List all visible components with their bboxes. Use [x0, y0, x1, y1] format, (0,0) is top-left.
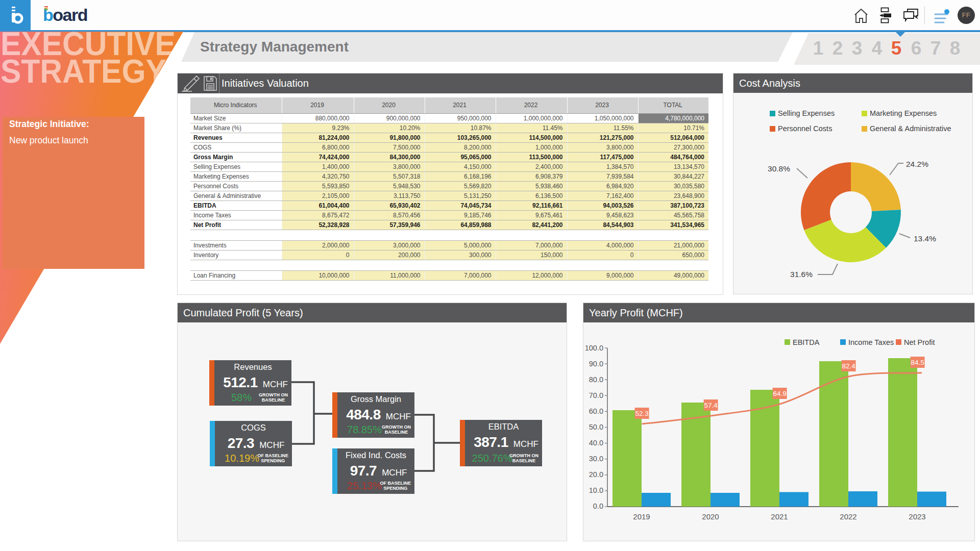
svg-text:84.5: 84.5	[911, 359, 924, 366]
svg-text:64.9: 64.9	[773, 390, 786, 397]
svg-text:60.0: 60.0	[589, 407, 603, 415]
svg-text:2021: 2021	[771, 512, 788, 521]
svg-text:Income Taxes: Income Taxes	[848, 338, 894, 346]
svg-text:24.2%: 24.2%	[906, 160, 928, 168]
svg-text:2022: 2022	[840, 512, 856, 521]
svg-text:0.0: 0.0	[593, 502, 603, 510]
svg-text:Net Profit: Net Profit	[904, 338, 935, 346]
svg-text:31.6%: 31.6%	[790, 270, 813, 279]
svg-text:70.0: 70.0	[589, 391, 603, 399]
svg-text:82.4: 82.4	[842, 362, 855, 370]
svg-text:50.0: 50.0	[589, 423, 603, 431]
svg-text:90.0: 90.0	[589, 360, 603, 368]
svg-text:13.4%: 13.4%	[914, 234, 936, 243]
svg-text:52.3: 52.3	[635, 410, 648, 417]
svg-text:30.8%: 30.8%	[768, 164, 790, 173]
svg-text:80.0: 80.0	[589, 375, 603, 384]
svg-text:30.0: 30.0	[589, 455, 603, 463]
svg-text:2020: 2020	[702, 512, 719, 521]
svg-text:20.0: 20.0	[589, 470, 603, 479]
svg-text:100.0: 100.0	[585, 344, 603, 352]
svg-text:10.0: 10.0	[589, 486, 603, 494]
svg-text:EBITDA: EBITDA	[793, 338, 820, 346]
svg-text:2019: 2019	[633, 512, 650, 521]
svg-text:57.4: 57.4	[704, 402, 718, 409]
svg-text:2023: 2023	[909, 512, 925, 521]
svg-text:40.0: 40.0	[589, 439, 603, 447]
